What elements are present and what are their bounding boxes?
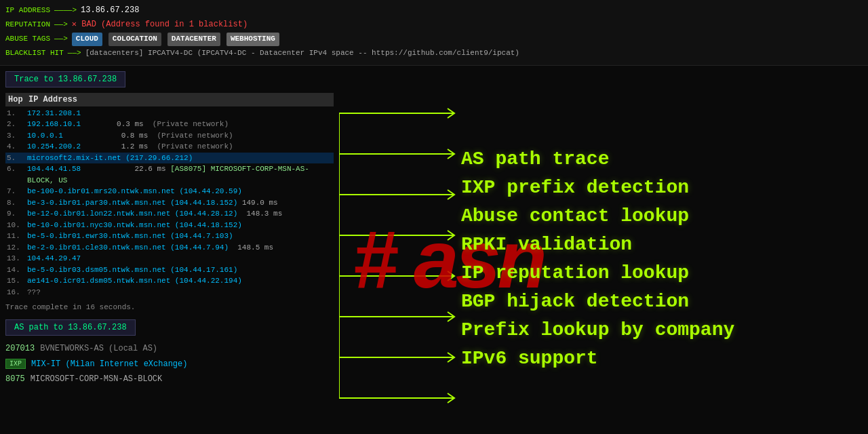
feature-item: Abuse contact lookup [461,202,854,231]
list-item: IXP MIX-IT (Milan Internet eXchange) [5,357,334,370]
table-row: 11. be-5-0.ibr01.ewr30.ntwk.msn.net (104… [5,231,334,242]
col-hop: Hop [8,95,28,104]
tag-colocation: COLOCATION [108,33,161,46]
feature-list: AS path trace IXP prefix detection Abuse… [461,145,854,373]
tag-webhosting: WEBHOSTING [226,33,279,46]
table-row: 12. be-2-0.ibr01.cle30.ntwk.msn.net (104… [5,242,334,254]
blacklist-row: BLACKLIST HIT ——> [datacenters] IPCATV4-… [5,47,863,60]
as-path-button[interactable]: AS path to 13.86.67.238 [5,319,136,336]
feature-item: IXP prefix detection [461,174,854,202]
feature-item: RPKI validation [461,231,854,259]
ip-row: IP ADDRESS ————> 13.86.67.238 [5,4,863,17]
list-item: 207013 BVNETWORKS-AS (Local AS) [5,342,334,355]
blacklist-label: BLACKLIST HIT [5,47,64,60]
table-row: 8. be-3-0.ibr01.par30.ntwk.msn.net (104.… [5,197,334,209]
rep-value: ✕ BAD (Address found in 1 blacklist) [72,18,248,31]
asn-number: 8075 [5,374,25,384]
table-row: 9. be-12-0.ibr01.lon22.ntwk.msn.net (104… [5,208,334,220]
table-row: 2. 192.168.10.1 0.3 ms (Private network) [5,119,334,130]
asn-name: BVNETWORKS-AS (Local AS) [40,344,157,353]
blacklist-value: [datacenters] IPCATV4-DC (IPCATV4-DC - D… [85,47,519,60]
as-path-results: 207013 BVNETWORKS-AS (Local AS) IXP MIX-… [5,342,334,385]
right-panel: # asn AS path trace IXP prefix detection… [339,66,868,434]
tags-row: ABUSE TAGS ——> CLOUD COLOCATION DATACENT… [5,33,863,46]
feature-item: BGP hijack detection [461,288,854,316]
table-row: 15. ae141-0.icr01.dsm05.ntwk.msn.net (10… [5,275,334,287]
tags-label: ABUSE TAGS [5,33,50,45]
left-panel: Trace to 13.86.67.238 Hop IP Address 1. … [0,66,339,434]
table-row: 10. be-10-0.ibr01.nyc30.ntwk.msn.net (10… [5,220,334,231]
ip-value: 13.86.67.238 [81,4,139,17]
trace-complete: Trace complete in 16 seconds. [5,303,334,311]
tag-cloud: CLOUD [72,33,102,46]
trace-button[interactable]: Trace to 13.86.67.238 [5,71,125,87]
table-header: Hop IP Address [5,93,334,106]
rep-row: REPUTATION ——> ✕ BAD (Address found in 1… [5,18,863,31]
table-row: 4. 10.254.200.2 1.2 ms (Private network) [5,141,334,153]
trace-table: 1. 172.31.208.1 2. 192.168.10.1 0.3 ms (… [5,108,334,298]
blacklist-arrow: ——> [68,47,81,60]
table-row: 7. be-100-0.ibr01.mrs20.ntwk.msn.net (10… [5,186,334,197]
table-row: 16. ??? [5,287,334,298]
table-row: 3. 10.0.0.1 0.8 ms (Private network) [5,130,334,142]
table-row: 6. 104.44.41.58 22.6 ms [AS8075] MICROSO… [5,163,334,186]
ixp-badge: IXP [5,359,26,369]
rep-arrow: ——> [54,19,68,31]
tag-datacenter: DATACENTER [167,33,220,46]
feature-item: AS path trace [461,145,854,174]
ip-label: IP ADDRESS [5,5,50,17]
tags-arrow: ——> [54,33,68,45]
table-row: 1. 172.31.208.1 [5,108,334,119]
main-container: Trace to 13.86.67.238 Hop IP Address 1. … [0,66,868,434]
feature-item: Prefix lookup by company [461,316,854,344]
asn-name: MICROSOFT-CORP-MSN-AS-BLOCK [31,374,162,384]
ip-arrow: ————> [54,5,77,17]
list-item: 8075 MICROSOFT-CORP-MSN-AS-BLOCK [5,373,334,385]
col-ip: IP Address [28,95,137,104]
table-row: 14. be-5-0.ibr03.dsm05.ntwk.msn.net (104… [5,264,334,276]
feature-item: IP reputation lookup [461,259,854,288]
rep-label: REPUTATION [5,19,50,31]
table-row: 13. 104.44.29.47 [5,253,334,264]
table-row: 5. microsoft2.mix-it.net (217.29.66.212) [5,153,334,164]
asn-name: MIX-IT (Milan Internet eXchange) [31,359,187,369]
asn-number: 207013 [5,344,35,353]
feature-item: IPv6 support [461,344,854,373]
info-bar: IP ADDRESS ————> 13.86.67.238 REPUTATION… [0,0,868,66]
